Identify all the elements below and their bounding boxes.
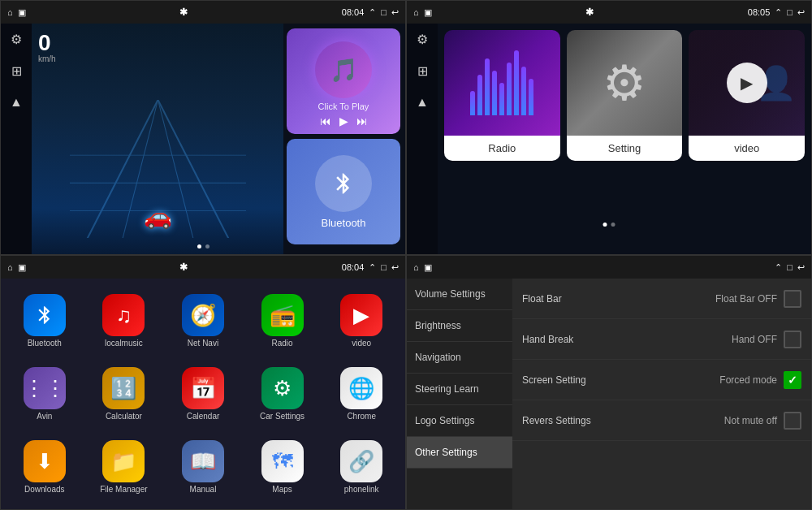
settings-checkbox-0[interactable] bbox=[784, 290, 801, 308]
app-name-label: Downloads bbox=[24, 485, 64, 494]
app-item-localmusic[interactable]: ♫localmusic bbox=[87, 287, 162, 355]
settings-row-label-1: Hand Break bbox=[522, 334, 732, 345]
apps-icon[interactable]: ⊞ bbox=[11, 63, 22, 79]
back-icon-q3[interactable]: ↩ bbox=[391, 262, 399, 273]
q2-content: ⚙ ⊞ ▲ bbox=[407, 24, 811, 254]
media-tiles: Radio ⚙ Setting 👤 ▶ video bbox=[438, 24, 811, 254]
radio-tile[interactable]: Radio bbox=[444, 30, 560, 161]
settings-row-label-2: Screen Setting bbox=[522, 374, 719, 386]
app-name-label: Chrome bbox=[347, 412, 376, 421]
q1-tiles: 🎵 Click To Play ⏮ ▶ ⏭ Bluetooth bbox=[283, 24, 405, 254]
app-icon-radio: 📻 bbox=[261, 294, 304, 336]
app-item-car-settings[interactable]: ⚙Car Settings bbox=[245, 360, 320, 428]
expand-icon-q2[interactable]: ⌃ bbox=[775, 7, 782, 18]
page-dots-q1 bbox=[1, 242, 405, 251]
menu-icon-q2[interactable]: ▣ bbox=[424, 7, 432, 18]
expand-icon-q3[interactable]: ⌃ bbox=[369, 262, 376, 273]
settings-checkbox-1[interactable] bbox=[784, 331, 801, 348]
time-q1: 08:04 bbox=[342, 7, 365, 17]
bt-icon-circle bbox=[315, 155, 372, 212]
video-tile-image: 👤 ▶ bbox=[689, 30, 805, 136]
expand-icon[interactable]: ⌃ bbox=[369, 7, 376, 18]
app-item-radio[interactable]: 📻Radio bbox=[245, 287, 320, 355]
app-grid: Bluetooth♫localmusic🧭Net Navi📻Radio▶vide… bbox=[1, 279, 405, 509]
menu-icon-q3[interactable]: ▣ bbox=[18, 262, 26, 273]
settings-menu-item-1[interactable]: Brightness bbox=[407, 310, 512, 342]
app-item-bluetooth[interactable]: Bluetooth bbox=[7, 287, 82, 355]
settings-menu-item-2[interactable]: Navigation bbox=[407, 342, 512, 374]
q3-content: Bluetooth♫localmusic🧭Net Navi📻Radio▶vide… bbox=[1, 279, 405, 509]
app-icon-calculator: 🔢 bbox=[102, 367, 145, 409]
dot-2 bbox=[205, 244, 209, 249]
home-icon-q4[interactable]: ⌂ bbox=[413, 262, 419, 273]
app-name-label: localmusic bbox=[105, 339, 143, 348]
app-name-label: phonelink bbox=[344, 485, 379, 494]
back-icon-q4[interactable]: ↩ bbox=[797, 262, 805, 273]
app-item-avin[interactable]: ⋮⋮Avin bbox=[7, 360, 82, 428]
app-item-chrome[interactable]: 🌐Chrome bbox=[324, 360, 399, 428]
video-tile[interactable]: 👤 ▶ video bbox=[689, 30, 805, 161]
status-bar-q1: ⌂ ▣ ✱ 08:04 ⌃ □ ↩ bbox=[1, 1, 405, 24]
app-item-video[interactable]: ▶video bbox=[324, 287, 399, 355]
settings-row-value-3: Not mute off bbox=[724, 415, 777, 426]
app-item-phonelink[interactable]: 🔗phonelink bbox=[324, 433, 399, 501]
window-icon-q4[interactable]: □ bbox=[787, 262, 793, 272]
app-item-maps[interactable]: 🗺Maps bbox=[245, 433, 320, 501]
settings-checkbox-3[interactable] bbox=[784, 412, 801, 430]
bluetooth-tile[interactable]: Bluetooth bbox=[287, 139, 400, 244]
app-item-file-manager[interactable]: 📁File Manager bbox=[87, 433, 162, 501]
nav-icon-q2[interactable]: ▲ bbox=[416, 95, 429, 110]
dot-1 bbox=[197, 244, 201, 249]
window-icon-q2[interactable]: □ bbox=[787, 7, 793, 17]
settings-checkbox-2[interactable] bbox=[784, 371, 801, 389]
home-icon[interactable]: ⌂ bbox=[7, 7, 13, 17]
window-icon[interactable]: □ bbox=[381, 7, 387, 17]
app-name-label: Manual bbox=[190, 485, 217, 494]
settings-menu-item-5[interactable]: Other Settings bbox=[407, 437, 512, 469]
menu-icon[interactable]: ▣ bbox=[18, 7, 26, 18]
app-item-calendar[interactable]: 📅Calendar bbox=[166, 360, 240, 428]
quadrant-music: ⌂ ▣ ✱ 08:04 ⌃ □ ↩ ⚙ ⊞ ▲ 0 km/h bbox=[0, 0, 406, 255]
settings-sidebar: Volume SettingsBrightnessNavigationSteer… bbox=[407, 279, 512, 509]
apps-icon-q2[interactable]: ⊞ bbox=[417, 63, 428, 79]
expand-icon-q4[interactable]: ⌃ bbox=[775, 262, 782, 273]
settings-menu-item-3[interactable]: Steering Learn bbox=[407, 374, 512, 405]
bluetooth-icon-q1: ✱ bbox=[179, 6, 188, 18]
app-icon-car-settings: ⚙ bbox=[261, 367, 304, 409]
setting-tile-label: Setting bbox=[567, 136, 683, 161]
speed-unit: km/h bbox=[38, 54, 56, 63]
music-tile[interactable]: 🎵 Click To Play ⏮ ▶ ⏭ bbox=[287, 28, 400, 134]
app-name-label: Bluetooth bbox=[28, 339, 62, 348]
settings-row-value-1: Hand OFF bbox=[732, 334, 777, 345]
car-icon: 🚗 bbox=[144, 203, 172, 230]
status-bar-q4: ⌂ ▣ ⌃ □ ↩ bbox=[407, 256, 811, 279]
music-tile-label: Click To Play bbox=[318, 102, 369, 111]
setting-tile[interactable]: ⚙ Setting bbox=[567, 30, 683, 161]
settings-menu-item-4[interactable]: Logo Settings bbox=[407, 405, 512, 437]
nav-icon[interactable]: ▲ bbox=[10, 95, 23, 110]
app-icon-localmusic: ♫ bbox=[102, 294, 145, 336]
settings-row-label-0: Float Bar bbox=[522, 293, 715, 305]
app-item-net-navi[interactable]: 🧭Net Navi bbox=[166, 287, 240, 355]
prev-btn[interactable]: ⏮ bbox=[320, 115, 331, 128]
music-controls: ⏮ ▶ ⏭ bbox=[320, 115, 368, 128]
window-icon-q3[interactable]: □ bbox=[381, 262, 387, 272]
menu-icon-q4[interactable]: ▣ bbox=[424, 262, 432, 273]
home-icon-q3[interactable]: ⌂ bbox=[7, 262, 13, 272]
play-btn[interactable]: ▶ bbox=[339, 115, 348, 128]
settings-icon-q2[interactable]: ⚙ bbox=[417, 32, 428, 47]
app-icon-net-navi: 🧭 bbox=[182, 294, 224, 336]
next-btn[interactable]: ⏭ bbox=[356, 115, 368, 128]
home-icon-q2[interactable]: ⌂ bbox=[413, 7, 419, 17]
video-play-btn[interactable]: ▶ bbox=[727, 63, 767, 103]
app-item-downloads[interactable]: ⬇Downloads bbox=[7, 433, 82, 501]
app-item-calculator[interactable]: 🔢Calculator bbox=[87, 360, 162, 428]
settings-row-1: Hand BreakHand OFF bbox=[512, 319, 811, 360]
app-item-manual[interactable]: 📖Manual bbox=[166, 433, 240, 501]
settings-menu-item-0[interactable]: Volume Settings bbox=[407, 279, 512, 310]
back-icon-q2[interactable]: ↩ bbox=[797, 7, 805, 18]
radio-tile-image bbox=[444, 30, 560, 136]
settings-icon[interactable]: ⚙ bbox=[11, 32, 22, 47]
back-icon[interactable]: ↩ bbox=[391, 7, 399, 18]
video-tile-label: video bbox=[689, 136, 805, 161]
